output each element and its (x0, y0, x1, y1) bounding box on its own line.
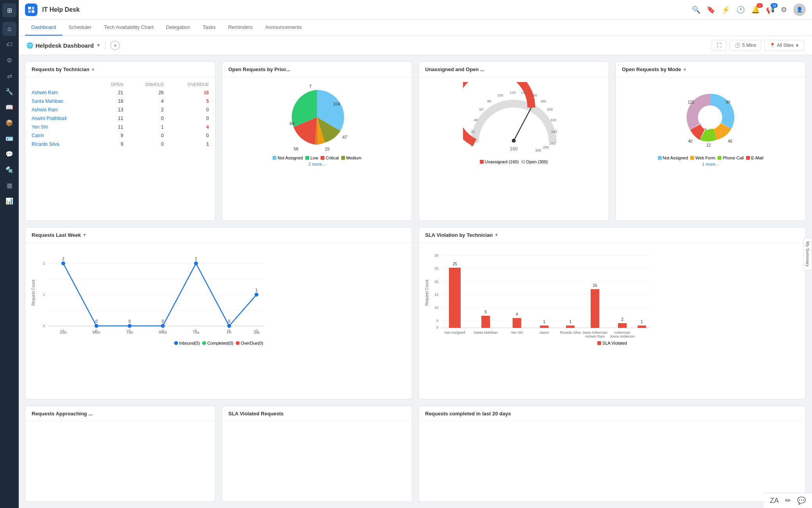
svg-text:240: 240 (551, 130, 557, 134)
svg-text:25: 25 (452, 262, 457, 266)
sidebar-icon-settings[interactable]: ⚙ (2, 53, 16, 67)
bottom-toolbar: ZA ✏ 💬 (764, 493, 812, 508)
legend-dot-not-assigned-mode (658, 156, 662, 160)
svg-text:140: 140 (521, 91, 527, 95)
svg-text:100: 100 (497, 93, 503, 97)
tab-announcements[interactable]: Announcements (259, 20, 308, 36)
svg-point-54 (128, 324, 132, 328)
notification-icon[interactable]: 🔔 3 (751, 5, 760, 14)
tab-dashboard[interactable]: Dashboard (25, 20, 62, 36)
svg-text:104: 104 (333, 102, 340, 106)
tech-name[interactable]: Catrin (28, 131, 96, 140)
priority-legend: Not Assigned Low Critical Medium (272, 156, 361, 160)
history-icon[interactable]: 🕐 (736, 5, 745, 14)
open-requests-priority-header: Open Requests by Prior... (222, 62, 412, 77)
tech-name[interactable]: Santa Mahiban (28, 97, 96, 106)
svg-rect-2 (28, 10, 31, 13)
app-title: IT Help Desk (42, 6, 687, 13)
site-button[interactable]: 📍 All Sites ▼ (764, 40, 804, 51)
bar-ricardo (566, 326, 575, 328)
svg-text:300: 300 (535, 148, 541, 152)
svg-text:4: 4 (516, 312, 518, 317)
dashboard-title[interactable]: 🌐 Helpdesk Dashboard ▼ (27, 42, 101, 49)
svg-text:1: 1 (255, 288, 258, 292)
svg-text:Ackerman: Ackerman (614, 331, 630, 334)
flash-icon[interactable]: ⚡ (721, 5, 730, 14)
sidebar-icon-box[interactable]: 📦 (2, 116, 16, 130)
sidebar-icon-grid[interactable]: ⊞ (2, 3, 16, 17)
bar-santa (481, 316, 490, 328)
interval-button[interactable]: 🕐 5 Mins (730, 40, 761, 51)
edit-icon[interactable]: ✏ (785, 496, 791, 505)
add-dashboard-button[interactable]: + (110, 41, 120, 50)
svg-text:0: 0 (436, 326, 438, 329)
priority-more-link[interactable]: 2 more... (308, 162, 325, 166)
svg-text:0: 0 (62, 329, 64, 333)
sidebar-icon-chat[interactable]: 💬 (2, 147, 16, 161)
sidebar-icon-wrench[interactable]: 🔩 (2, 163, 16, 177)
bar-dave (591, 289, 599, 328)
svg-text:0: 0 (162, 319, 164, 324)
chevron-down-icon[interactable]: ▼ (494, 233, 499, 237)
message-icon[interactable]: 💬 (797, 496, 806, 505)
tech-name[interactable]: Aswini Prathiba4 (28, 114, 96, 123)
chevron-down-icon[interactable]: ▼ (82, 233, 87, 237)
legend-dot-open (521, 160, 525, 164)
search-icon[interactable]: 🔍 (692, 5, 700, 14)
svg-text:122: 122 (688, 100, 694, 104)
sidebar-icon-chart[interactable]: 📊 (2, 194, 16, 208)
tab-reminders[interactable]: Reminders (222, 20, 259, 36)
sidebar-icon-id[interactable]: 🪪 (2, 131, 16, 145)
open-requests-mode-card: Open Requests by Mode ▼ (615, 61, 806, 221)
sidebar-icon-home[interactable]: ⌂ (2, 22, 16, 36)
mode-more-link[interactable]: 1 more... (702, 162, 719, 166)
legend-dot-email (746, 156, 750, 160)
svg-text:80: 80 (726, 100, 730, 104)
unassigned-open-header: Unassigned and Open ... (419, 62, 609, 77)
chevron-down-icon[interactable]: ▼ (91, 67, 95, 72)
tech-name[interactable]: Ashwin Ram (28, 88, 96, 97)
user-avatar[interactable]: 👤 (793, 4, 806, 16)
alert-icon[interactable]: 📢 19 (766, 5, 775, 14)
legend-item-web-form: Web Form (690, 156, 715, 160)
svg-text:0: 0 (43, 324, 45, 328)
svg-rect-3 (32, 10, 34, 13)
gauge-legend: Unassigned (160) Open (300) (480, 159, 548, 164)
sidebar-icon-grid2[interactable]: ▦ (2, 178, 16, 192)
tab-tech-availability[interactable]: Tech Availability Chart (98, 20, 160, 36)
svg-text:16: 16 (593, 283, 597, 288)
table-row: Ashwin Ram212616 (28, 88, 212, 97)
col-overdue-header: OVERDUE (167, 80, 212, 88)
unassigned-open-body: 0 20 40 60 80 100 120 140 160 180 200 22… (419, 77, 609, 169)
app-logo (25, 4, 37, 16)
accessibility-icon[interactable]: ZA (770, 497, 779, 505)
bar-ackerman (618, 323, 627, 328)
requests-by-technician-card: Requests by Technician ▼ OPEN ONHOLD OVE… (25, 61, 215, 221)
my-summary-tab[interactable]: My Summary (803, 238, 812, 270)
tab-scheduler[interactable]: Scheduler (62, 20, 98, 36)
tech-open: 21 (96, 88, 126, 97)
requests-approaching-body (25, 422, 215, 431)
sidebar-icon-book[interactable]: 📖 (2, 100, 16, 114)
gear-icon[interactable]: ⚙ (781, 5, 787, 14)
fullscreen-button[interactable]: ⛶ (712, 40, 727, 51)
location-icon: 📍 (769, 43, 775, 48)
sidebar-icon-shuffle[interactable]: ⇄ (2, 69, 16, 83)
tab-delegation[interactable]: Delegation (160, 20, 196, 36)
sidebar-icon-tag[interactable]: 🏷 (2, 38, 16, 52)
chevron-down-icon[interactable]: ▼ (683, 67, 687, 72)
svg-text:0: 0 (228, 329, 230, 333)
svg-text:0: 0 (162, 329, 164, 333)
sidebar-icon-tools[interactable]: 🔧 (2, 84, 16, 98)
tech-name[interactable]: Ashwin Ram (28, 106, 96, 114)
svg-text:0: 0 (195, 329, 197, 333)
alert-badge: 19 (771, 3, 778, 8)
bookmark-icon[interactable]: 🔖 (707, 5, 715, 14)
tab-tasks[interactable]: Tasks (196, 20, 222, 36)
bar-jason (540, 326, 548, 328)
tech-open: 11 (96, 114, 126, 123)
tech-overdue: 1 (167, 140, 212, 148)
tech-name[interactable]: Yen Shi (28, 123, 96, 131)
svg-point-58 (255, 293, 258, 297)
tech-name[interactable]: Ricardo Silva (28, 140, 96, 148)
